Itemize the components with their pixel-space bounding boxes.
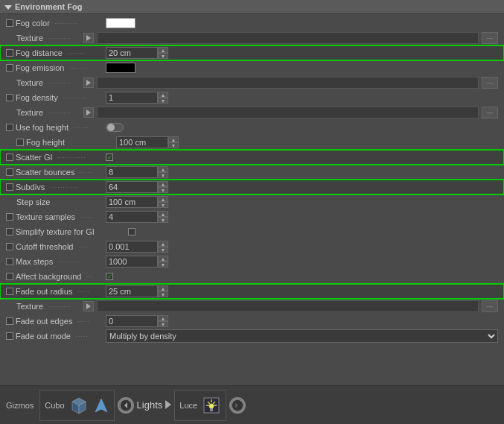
checkbox-simplify-texture[interactable] (6, 228, 13, 235)
fog-distance-up[interactable]: ▲ (158, 47, 168, 53)
fade-out-edges-down[interactable]: ▼ (158, 321, 168, 327)
fog-height-spin[interactable]: ▲ ▼ (168, 136, 179, 148)
checkbox-texture-samples[interactable] (6, 213, 13, 221)
cutoff-threshold-spinbox[interactable]: ▲ ▼ (106, 241, 168, 253)
fog-height-input[interactable] (116, 136, 168, 148)
fog-emission-swatch[interactable] (106, 63, 135, 73)
max-steps-down[interactable]: ▼ (158, 262, 168, 268)
texture-3-play[interactable] (83, 107, 94, 118)
texture-samples-input[interactable] (106, 211, 158, 223)
step-size-input[interactable] (106, 196, 158, 208)
fade-out-radius-input[interactable] (106, 285, 158, 297)
texture-samples-up[interactable]: ▲ (158, 211, 168, 217)
nav-right-icon[interactable] (229, 397, 246, 414)
expand-icon[interactable] (4, 2, 12, 11)
checkbox-fog-emission[interactable] (6, 64, 13, 72)
fog-color-swatch[interactable] (106, 18, 135, 28)
cutoff-threshold-input[interactable] (106, 241, 158, 253)
scatter-bounces-spinbox[interactable]: ▲ ▼ (106, 166, 168, 178)
checkbox-fog-height[interactable] (16, 139, 24, 146)
fade-out-radius-up[interactable]: ▲ (158, 285, 168, 291)
row-fog-density: Fog density ········· ▲ ▼ (0, 90, 504, 105)
scatter-bounces-spin[interactable]: ▲ ▼ (158, 166, 168, 178)
subdivs-input[interactable] (106, 181, 158, 193)
texture-4-dots-btn[interactable]: ··· (482, 300, 498, 312)
scatter-bounces-up[interactable]: ▲ (158, 166, 168, 172)
fade-out-mode-select[interactable]: Multiply by density Additive Override (106, 329, 498, 343)
fog-distance-spin[interactable]: ▲ ▼ (158, 47, 168, 59)
fade-out-edges-input[interactable] (106, 315, 158, 327)
fog-density-input[interactable] (106, 92, 158, 104)
step-size-up[interactable]: ▲ (158, 196, 168, 202)
svg-marker-6 (165, 400, 171, 409)
texture-samples-spin[interactable]: ▲ ▼ (158, 211, 168, 223)
texture-4-play[interactable] (83, 301, 94, 311)
texture-samples-down[interactable]: ▼ (158, 217, 168, 223)
gizmo-arrow-icon[interactable] (93, 397, 109, 414)
cube-3d-icon[interactable] (69, 396, 89, 415)
checkbox-scatter-bounces[interactable] (6, 168, 13, 176)
fade-out-edges-up[interactable]: ▲ (158, 315, 168, 321)
fog-distance-input[interactable] (106, 47, 158, 59)
fade-out-radius-down[interactable]: ▼ (158, 291, 168, 297)
checkbox-subdivs[interactable] (6, 183, 13, 191)
cutoff-threshold-up[interactable]: ▲ (158, 241, 168, 247)
checkbox-max-steps[interactable] (6, 258, 13, 265)
affect-background-checked[interactable] (106, 273, 113, 280)
checkbox-use-fog-height[interactable] (6, 124, 13, 131)
scatter-gi-checked[interactable] (106, 154, 113, 161)
light-icon[interactable] (202, 396, 221, 415)
step-size-down[interactable]: ▼ (158, 202, 168, 208)
fog-distance-down[interactable]: ▼ (158, 53, 168, 59)
max-steps-up[interactable]: ▲ (158, 256, 168, 262)
fog-density-up[interactable]: ▲ (158, 92, 168, 98)
nav-left-icon[interactable] (118, 397, 134, 414)
step-size-spin[interactable]: ▲ ▼ (158, 196, 168, 208)
subdivs-down[interactable]: ▼ (158, 187, 168, 193)
fog-density-spin[interactable]: ▲ ▼ (158, 92, 168, 104)
simplify-texture-checkbox2[interactable] (128, 228, 135, 235)
subdivs-spin[interactable]: ▲ ▼ (158, 181, 168, 193)
cutoff-threshold-spin[interactable]: ▲ ▼ (158, 241, 168, 253)
max-steps-spinbox[interactable]: ▲ ▼ (106, 256, 168, 268)
label-subdivs: Subdivs (16, 183, 45, 192)
checkbox-fade-out-edges[interactable] (6, 317, 13, 325)
texture-3-dots-btn[interactable]: ··· (482, 107, 498, 118)
texture-1-dots-btn[interactable]: ··· (482, 32, 498, 44)
fog-density-down[interactable]: ▼ (158, 98, 168, 104)
max-steps-spin[interactable]: ▲ ▼ (158, 256, 168, 268)
fade-out-edges-spin[interactable]: ▲ ▼ (158, 315, 168, 327)
checkbox-fog-density[interactable] (6, 94, 13, 101)
fog-density-spinbox[interactable]: ▲ ▼ (106, 92, 168, 104)
fade-out-radius-spin[interactable]: ▲ ▼ (158, 285, 168, 297)
cutoff-threshold-down[interactable]: ▼ (158, 247, 168, 253)
row-cutoff-threshold: Cutoff threshold ···· ▲ ▼ (0, 239, 504, 254)
fog-height-down[interactable]: ▼ (168, 142, 179, 148)
checkbox-fog-distance[interactable] (6, 49, 13, 57)
checkbox-fade-out-mode[interactable] (6, 332, 13, 340)
fade-out-radius-spinbox[interactable]: ▲ ▼ (106, 285, 168, 297)
checkbox-fade-out-radius[interactable] (6, 288, 13, 295)
scatter-bounces-input[interactable] (106, 166, 158, 178)
fog-height-toggle[interactable] (106, 123, 124, 132)
texture-2-play[interactable] (83, 77, 94, 88)
texture-samples-spinbox[interactable]: ▲ ▼ (106, 211, 168, 223)
fog-height-spinbox[interactable]: ▲ ▼ (116, 136, 179, 148)
checkbox-affect-background[interactable] (6, 273, 13, 280)
step-size-spinbox[interactable]: ▲ ▼ (106, 196, 168, 208)
gizmos-label: Gizmos (3, 399, 36, 411)
checkbox-cutoff-threshold[interactable] (6, 243, 13, 250)
fog-distance-spinbox[interactable]: ▲ ▼ (106, 47, 168, 59)
subdivs-spinbox[interactable]: ▲ ▼ (106, 181, 168, 193)
scatter-bounces-down[interactable]: ▼ (158, 172, 168, 178)
texture-2-dots-btn[interactable]: ··· (482, 77, 498, 89)
texture-1-play[interactable] (83, 33, 94, 43)
checkbox-scatter-gi[interactable] (6, 154, 13, 161)
max-steps-input[interactable] (106, 256, 158, 268)
fade-out-edges-spinbox[interactable]: ▲ ▼ (106, 315, 168, 327)
label-scatter-bounces: Scatter bounces (16, 168, 75, 177)
fog-height-up[interactable]: ▲ (168, 136, 179, 142)
subdivs-up[interactable]: ▲ (158, 181, 168, 187)
checkbox-fog-color[interactable] (6, 19, 13, 27)
row-fog-emission: Fog emission ······· (0, 60, 504, 75)
